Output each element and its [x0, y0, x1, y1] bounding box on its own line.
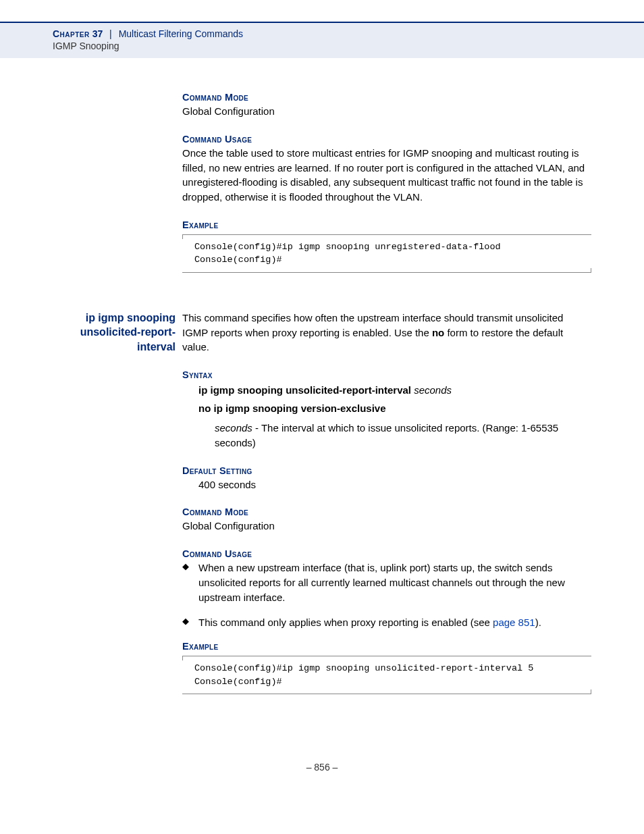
code-line: Console(config)# [194, 253, 591, 267]
param-name: seconds [215, 422, 252, 434]
syntax-line-2: no ip igmp snooping version-exclusive [198, 402, 591, 414]
chapter-line: Chapter 37 | Multicast Filtering Command… [53, 28, 644, 39]
default-setting-text: 400 seconds [198, 477, 591, 492]
syntax-param: seconds [414, 384, 452, 396]
code-line: Console(config)#ip igmp snooping unregis… [194, 240, 591, 254]
command-name-heading: ip igmp snooping unsolicited-report-inte… [53, 311, 176, 355]
syntax-heading: Syntax [182, 369, 591, 380]
chapter-number: 37 [92, 28, 103, 39]
code-example-2: Console(config)#ip igmp snooping unsolic… [182, 656, 591, 694]
command-mode-text: Global Configuration [182, 104, 591, 119]
example-heading-2: Example [182, 641, 591, 652]
page-footer: – 856 – [0, 762, 644, 786]
code-line: Console(config)#ip igmp snooping unsolic… [194, 662, 591, 675]
bullet-text: When a new upstream interface (that is, … [198, 561, 591, 604]
code-example: Console(config)#ip igmp snooping unregis… [182, 234, 591, 273]
chapter-title: Multicast Filtering Commands [119, 28, 243, 39]
page-link[interactable]: page 851 [493, 617, 535, 628]
bullet-text: This command only applies when proxy rep… [198, 615, 591, 630]
command-mode-text-2: Global Configuration [182, 519, 591, 533]
code-line: Console(config)# [194, 675, 591, 689]
usage-bullet-2: ◆ This command only applies when proxy r… [182, 615, 591, 630]
bullet-icon: ◆ [182, 615, 198, 630]
usage-bullet-1: ◆ When a new upstream interface (that is… [182, 561, 591, 604]
command-intro: This command specifies how often the ups… [182, 311, 591, 355]
bullet-icon: ◆ [182, 561, 198, 604]
syntax-line-1: ip igmp snooping unsolicited-report-inte… [198, 384, 591, 396]
page-header: Chapter 37 | Multicast Filtering Command… [0, 22, 644, 58]
command-usage-heading: Command Usage [182, 134, 591, 145]
command-usage-text: Once the table used to store multicast e… [182, 146, 591, 205]
page-content: Command Mode Global Configuration Comman… [0, 58, 644, 694]
chapter-subtitle: IGMP Snooping [53, 41, 644, 51]
bullet2-b: ). [535, 617, 541, 628]
chapter-separator: | [109, 28, 112, 39]
bullet2-a: This command only applies when proxy rep… [198, 617, 493, 628]
syntax-param-desc: seconds - The interval at which to issue… [215, 421, 591, 450]
command-mode-heading-2: Command Mode [182, 506, 591, 517]
default-setting-heading: Default Setting [182, 465, 591, 476]
chapter-word: Chapter [53, 28, 90, 39]
example-heading: Example [182, 219, 591, 230]
command-usage-heading-2: Command Usage [182, 548, 591, 559]
intro-no-keyword: no [432, 327, 444, 338]
command-mode-heading: Command Mode [182, 92, 591, 103]
param-desc: - The interval at which to issue unsolic… [215, 422, 558, 448]
syntax-cmd: ip igmp snooping unsolicited-report-inte… [198, 384, 414, 396]
